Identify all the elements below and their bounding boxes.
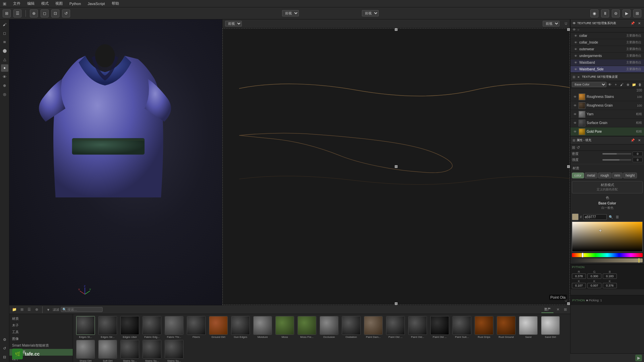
- intensity-input[interactable]: [633, 158, 643, 162]
- ts-eye-undergarments[interactable]: 👁: [573, 54, 578, 58]
- asset-fabric-thr[interactable]: Fabric Thr...: [164, 316, 184, 339]
- asset-search-input[interactable]: [67, 308, 101, 311]
- ts-item-collar[interactable]: 👁 collar 主要颜色位: [571, 33, 644, 39]
- asset-moss-fre[interactable]: Moss Fre...: [297, 316, 317, 339]
- tss-channel-dropdown[interactable]: Base Color: [572, 82, 606, 87]
- layer-tool[interactable]: ⊟: [1, 353, 8, 361]
- ts-eye-waistband-side[interactable]: 👁: [573, 68, 578, 71]
- tss-paint-btn[interactable]: ⊕: [625, 82, 631, 87]
- asset-edges-str-1[interactable]: Edges St...: [75, 316, 96, 339]
- asset-moss[interactable]: Moss: [274, 316, 295, 339]
- r-input[interactable]: [572, 274, 586, 279]
- asset-paint-old-2[interactable]: Paint Old...: [407, 316, 428, 339]
- asset-sand[interactable]: Sand: [518, 316, 539, 339]
- ts-item-waistband[interactable]: 👁 Waistband 主要颜色位: [571, 59, 644, 66]
- ts-eye-2[interactable]: ○: [577, 28, 579, 32]
- tss-eye-btn[interactable]: 👁: [607, 82, 612, 87]
- layer-eye-gold-pore[interactable]: 👁: [573, 130, 577, 133]
- uv-view-dropdown[interactable]: 前视: [543, 21, 559, 26]
- tss-add-btn[interactable]: +: [613, 82, 619, 87]
- ts-item-waistband-side[interactable]: 👁 Waistband_Side 主要颜色位: [571, 66, 644, 73]
- menu-python[interactable]: Python: [68, 1, 82, 6]
- asset-sidebar-wood[interactable]: 木子: [9, 322, 73, 329]
- layer-eye-yarn[interactable]: 👁: [573, 113, 577, 116]
- left-viewport-dropdown[interactable]: 前视: [282, 10, 299, 16]
- ts-eye-collar-inside[interactable]: 👁: [573, 41, 578, 44]
- intensity-slider[interactable]: [602, 159, 632, 161]
- properties-pin-btn[interactable]: 📌: [630, 138, 635, 143]
- view-tool[interactable]: 👁: [1, 73, 8, 80]
- brush-tool[interactable]: 🖌: [1, 21, 8, 28]
- asset-sand-dirt[interactable]: Sand Dirt: [540, 316, 561, 339]
- bottom-filter-btn[interactable]: ▼: [45, 307, 51, 313]
- refresh-button[interactable]: ↺: [62, 9, 70, 17]
- layer-eye-surface-grain[interactable]: 👁: [573, 121, 577, 125]
- menu-javascript[interactable]: JavaScript: [86, 1, 106, 6]
- box-tool-button[interactable]: ⊡: [51, 9, 59, 17]
- prop-icon-2[interactable]: ↺: [577, 145, 580, 150]
- toolbar-grid-btn[interactable]: ⊞: [633, 9, 641, 17]
- asset-paint-old-1[interactable]: Paint Old ...: [385, 316, 406, 339]
- settings-tool[interactable]: ⚙: [1, 336, 8, 343]
- toolbar-render-btn[interactable]: ⊚: [612, 9, 620, 17]
- asset-stains-su-1[interactable]: Stains Su...: [142, 340, 162, 362]
- ts-eye-outerwear[interactable]: 👁: [573, 48, 578, 51]
- color-menu-btn[interactable]: ☰: [615, 214, 620, 220]
- mat-tab-height[interactable]: height: [623, 173, 637, 178]
- ts-pin-btn[interactable]: 📌: [630, 21, 635, 26]
- select-tool-button[interactable]: ◻: [41, 9, 49, 17]
- tss-brush-btn[interactable]: 🖌: [619, 82, 625, 87]
- layer-roughness-grain[interactable]: 👁 Roughness Grain 100: [571, 101, 644, 110]
- bottom-list-btn[interactable]: ☰: [26, 307, 32, 313]
- ts-eye-all[interactable]: 👁: [573, 28, 576, 32]
- layer-yarn[interactable]: 👁 ⊞ Yarn 粗糙: [571, 110, 644, 119]
- move-tool-button[interactable]: ⊕: [30, 9, 38, 17]
- asset-soft-dirt[interactable]: Soft Dirt: [97, 340, 118, 362]
- menu-view[interactable]: 视图: [54, 0, 64, 7]
- color-preview[interactable]: [572, 214, 579, 220]
- asset-paint-dam[interactable]: Paint Dam...: [363, 316, 384, 339]
- bottom-folder-btn[interactable]: 📁: [11, 307, 17, 313]
- bottom-grid-btn[interactable]: ⊞: [19, 307, 25, 313]
- asset-sharp-dirt[interactable]: Sharp Dirt: [75, 340, 96, 362]
- play-button[interactable]: ▶: [635, 355, 642, 361]
- density-input[interactable]: [633, 152, 643, 156]
- menu-help[interactable]: 帮助: [110, 0, 120, 7]
- color-picker-tool[interactable]: ✦: [1, 64, 8, 72]
- mat-tab-metal[interactable]: metal: [585, 173, 597, 178]
- k2-input[interactable]: [587, 283, 601, 288]
- asset-edges-str-2[interactable]: Edges Str...: [97, 316, 118, 339]
- asset-rust-drips[interactable]: Rust Drips: [474, 316, 494, 339]
- asset-ground-dirt[interactable]: Ground Dirt: [208, 316, 229, 339]
- tss-folder-btn[interactable]: 📁: [631, 82, 637, 87]
- g-input[interactable]: [587, 274, 601, 279]
- asset-stains-so[interactable]: Stains So...: [119, 340, 140, 362]
- k1-input[interactable]: [572, 283, 586, 288]
- ts-item-undergarments[interactable]: 👁 undergarments 主要颜色位: [571, 53, 644, 59]
- history-tool[interactable]: ↺: [1, 345, 8, 352]
- uv-channel-dropdown[interactable]: 前视: [225, 21, 242, 26]
- asset-sidebar-images[interactable]: 图像: [9, 336, 73, 342]
- ts-eye-collar[interactable]: 👁: [573, 34, 578, 38]
- toolbar-pause-btn[interactable]: ⏸: [601, 9, 609, 17]
- density-slider[interactable]: [602, 153, 632, 155]
- camera-tool[interactable]: ◎: [1, 90, 8, 98]
- color-eyedropper-btn[interactable]: 🔍: [608, 214, 613, 220]
- menu-edit[interactable]: 编辑: [26, 0, 36, 7]
- polygon-tool[interactable]: △: [1, 56, 8, 63]
- mat-tab-nrm[interactable]: nrm: [612, 173, 623, 178]
- asset-sidebar-materials[interactable]: 材质: [9, 315, 73, 322]
- toolbar-camera-btn[interactable]: ◉: [590, 9, 598, 17]
- layer-eye-roughness-stains[interactable]: 👁: [573, 95, 577, 99]
- tss-delete-btn[interactable]: 🗑: [637, 82, 643, 87]
- mat-tab-color[interactable]: color: [572, 173, 584, 178]
- grid-view-button[interactable]: ⊞: [3, 9, 11, 17]
- uv-viewport[interactable]: 前视 前视 U U: [222, 19, 570, 305]
- asset-fibers[interactable]: Fibers: [186, 316, 207, 339]
- bottom-tab-assets[interactable]: 资产: [541, 306, 553, 313]
- bottom-grid-view-btn[interactable]: ⊞: [562, 307, 568, 313]
- ts-item-outerwear[interactable]: 👁 outerwear 主要颜色位: [571, 46, 644, 53]
- right-viewport-dropdown[interactable]: 前视: [362, 10, 379, 16]
- ts-item-collar-inside[interactable]: 👁 collar_Inside 主要颜色位: [571, 39, 644, 46]
- asset-stains-su-2[interactable]: Stains Su...: [164, 340, 184, 362]
